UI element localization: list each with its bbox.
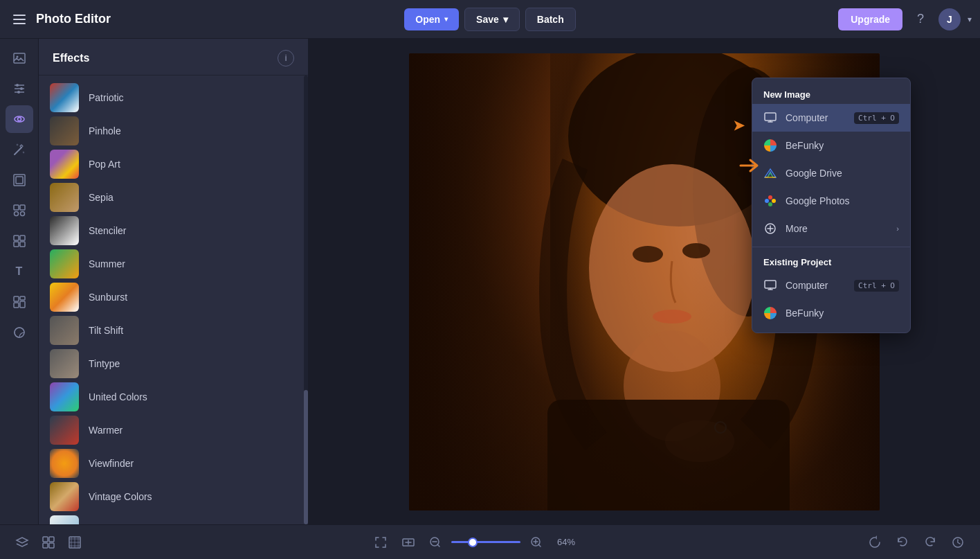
redo-button[interactable] — [919, 531, 941, 553]
tool-image-button[interactable] — [6, 44, 33, 72]
scroll-thumb[interactable] — [304, 390, 308, 524]
effect-item-tintype[interactable]: Tintype — [39, 347, 308, 380]
avatar-button[interactable]: J — [938, 8, 961, 30]
undo-button[interactable] — [891, 531, 914, 553]
tool-text-button[interactable]: T — [6, 258, 33, 285]
tool-adjustments-button[interactable] — [6, 75, 33, 103]
effect-item-warmer[interactable]: Warmer — [39, 414, 308, 447]
effect-item-sepia[interactable]: Sepia — [39, 181, 308, 214]
gdrive-svg — [764, 168, 777, 179]
dropdown-item-gdrive-new[interactable]: Google Drive — [752, 159, 910, 187]
effect-item-viewfinder[interactable]: Viewfinder — [39, 447, 308, 480]
effect-thumb-7 — [50, 316, 79, 345]
history-button[interactable] — [947, 531, 969, 553]
tool-collage-button[interactable] — [6, 197, 33, 224]
svg-point-14 — [14, 212, 18, 216]
effect-name-6: Sunburst — [89, 292, 127, 303]
tool-stickers-button[interactable] — [6, 319, 33, 346]
effect-name-11: Viewfinder — [89, 458, 134, 469]
grid-button[interactable] — [64, 531, 86, 553]
svg-point-3 — [16, 84, 19, 87]
svg-rect-22 — [14, 303, 19, 308]
info-icon: i — [285, 53, 287, 63]
dropdown-item-gphotos-new[interactable]: Google Photos — [752, 187, 910, 215]
effect-item-vintage-colors[interactable]: Vintage Colors — [39, 480, 308, 513]
effect-thumb-13 — [50, 515, 79, 524]
actual-size-button[interactable] — [397, 531, 419, 553]
befunky-existing-label: BeFunky — [786, 308, 899, 319]
effect-thumb-8 — [50, 349, 79, 378]
grid-icon — [68, 535, 82, 549]
sidebar-title: Effects — [53, 52, 89, 64]
dropdown-item-befunky-new[interactable]: BeFunky — [752, 132, 910, 159]
effect-thumb-1 — [50, 116, 79, 145]
svg-rect-41 — [765, 281, 776, 288]
zoom-in-icon — [530, 536, 543, 549]
question-icon: ? — [917, 12, 924, 26]
monitor-existing-icon — [763, 278, 777, 292]
tool-graphics-button[interactable] — [6, 288, 33, 316]
rotate-button[interactable] — [864, 531, 886, 553]
upgrade-button[interactable]: Upgrade — [838, 8, 902, 30]
text-icon: T — [16, 265, 23, 278]
info-button[interactable]: i — [278, 50, 294, 66]
zoom-slider[interactable] — [451, 541, 520, 543]
fit-screen-button[interactable] — [370, 531, 392, 553]
befunky-existing-circle-icon — [764, 307, 777, 319]
effect-item-winter[interactable]: Winter — [39, 513, 308, 524]
eye-icon — [12, 112, 26, 126]
actual-size-icon — [401, 535, 415, 549]
batch-button[interactable]: Batch — [525, 8, 576, 31]
svg-rect-18 — [14, 242, 19, 247]
fit-screen-icon — [374, 535, 388, 549]
svg-point-9 — [17, 118, 21, 121]
computer-existing-svg — [764, 280, 777, 291]
bottom-toolbar-center: 64% — [370, 531, 580, 553]
avatar-label: J — [947, 14, 952, 25]
effect-item-stenciler[interactable]: Stenciler — [39, 214, 308, 247]
gphotos-svg — [764, 195, 777, 207]
left-toolbar: T — [0, 39, 39, 524]
tool-effects-button[interactable] — [6, 105, 33, 133]
help-button[interactable]: ? — [909, 8, 932, 30]
tool-touchup-button[interactable] — [6, 136, 33, 163]
tool-frames-button[interactable] — [6, 166, 33, 194]
designer-icon — [12, 234, 26, 248]
dropdown-item-computer-new[interactable]: Computer Ctrl + O — [752, 104, 910, 132]
svg-rect-20 — [14, 296, 19, 301]
dropdown-item-more-new[interactable]: More › — [752, 215, 910, 242]
history-clock-icon — [951, 535, 965, 549]
hamburger-menu-button[interactable] — [8, 8, 30, 30]
frame-icon — [12, 173, 26, 187]
rotate-icon — [868, 535, 882, 549]
history-panel-button[interactable] — [37, 531, 60, 553]
effect-item-pinhole[interactable]: Pinhole — [39, 114, 308, 148]
sidebar-content-wrapper: PatrioticPinholePop ArtSepiaStencilerSum… — [39, 76, 308, 524]
effect-item-sunburst[interactable]: Sunburst — [39, 281, 308, 314]
layers-button[interactable] — [11, 531, 33, 553]
effect-item-pop-art[interactable]: Pop Art — [39, 148, 308, 181]
effect-item-patriotic[interactable]: Patriotic — [39, 81, 308, 114]
zoom-in-button[interactable] — [526, 532, 547, 553]
svg-point-30 — [653, 310, 691, 323]
computer-arrow-indicator: ➤ — [733, 117, 745, 134]
dropdown-item-befunky-existing[interactable]: BeFunky — [752, 299, 910, 327]
computer-existing-label: Computer — [786, 280, 846, 291]
svg-rect-0 — [14, 53, 25, 63]
befunky-existing-icon — [763, 306, 777, 320]
effects-list: PatrioticPinholePop ArtSepiaStencilerSum… — [39, 76, 308, 524]
tool-designer-button[interactable] — [6, 227, 33, 255]
bottom-toolbar-right — [864, 531, 969, 553]
effect-item-summer[interactable]: Summer — [39, 247, 308, 281]
effect-item-tilt-shift[interactable]: Tilt Shift — [39, 314, 308, 347]
arrow-svg — [739, 158, 761, 173]
dropdown-item-computer-existing[interactable]: Computer Ctrl + O — [752, 272, 910, 299]
effect-name-4: Stenciler — [89, 225, 126, 236]
open-button[interactable]: Open ▾ — [404, 8, 459, 30]
zoom-out-button[interactable] — [425, 532, 446, 553]
save-button[interactable]: Save ▾ — [464, 8, 520, 31]
history-panel-icon — [42, 535, 55, 549]
svg-rect-43 — [49, 537, 54, 542]
profile-chevron-icon[interactable]: ▾ — [968, 15, 972, 24]
effect-item-united-colors[interactable]: United Colors — [39, 380, 308, 414]
